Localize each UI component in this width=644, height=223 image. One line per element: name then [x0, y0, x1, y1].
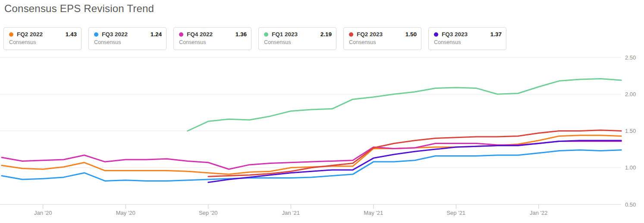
legend-series-value: 1.36 [236, 31, 247, 38]
y-axis-tick-label: 2.50 [625, 54, 636, 61]
legend-series-value: 1.50 [405, 31, 417, 38]
eps-revision-chart-widget: Consensus EPS Revision Trend FQ2 20221.4… [0, 0, 644, 223]
legend-card-fq2-2023[interactable]: FQ2 20231.50Consensus [343, 27, 421, 50]
x-axis-tick-label: May '20 [116, 210, 135, 216]
series-color-dot-icon [9, 32, 13, 37]
legend: FQ2 20221.43ConsensusFQ3 20221.24Consens… [3, 27, 506, 50]
y-axis-tick-label: 0.50 [625, 201, 636, 208]
x-axis-tick-label: May '21 [364, 210, 383, 216]
legend-card-row: FQ3 20231.37 [434, 31, 502, 38]
legend-card-row: FQ2 20221.43 [9, 31, 77, 38]
legend-card-row: FQ1 20232.19 [264, 31, 332, 38]
chart-plot-area[interactable]: 2.502.001.501.000.50Jan '20May '20Sep '2… [0, 52, 644, 223]
line-chart-svg: 2.502.001.501.000.50Jan '20May '20Sep '2… [0, 52, 644, 223]
x-axis-tick-label: Sep '20 [199, 210, 218, 216]
series-line-fq3-2022-consensus[interactable] [2, 150, 621, 181]
series-color-dot-icon [179, 32, 183, 37]
legend-consensus-sublabel: Consensus [264, 39, 332, 45]
series-line-fq4-2022-consensus[interactable] [2, 141, 621, 169]
legend-series-label: FQ3 2022 [102, 31, 128, 38]
legend-consensus-sublabel: Consensus [9, 39, 77, 45]
series-color-dot-icon [264, 32, 268, 37]
legend-card-fq2-2022[interactable]: FQ2 20221.43Consensus [3, 27, 82, 50]
legend-series-label: FQ4 2022 [187, 31, 213, 38]
legend-card-fq1-2023[interactable]: FQ1 20232.19Consensus [258, 27, 336, 50]
series-line-fq1-2023-consensus[interactable] [188, 79, 621, 131]
series-line-fq2-2023-consensus[interactable] [208, 130, 622, 176]
legend-series-value: 1.43 [66, 31, 77, 38]
legend-series-label: FQ3 2023 [442, 31, 468, 38]
legend-consensus-sublabel: Consensus [434, 39, 502, 45]
series-line-fq3-2023-consensus[interactable] [208, 141, 622, 182]
series-color-dot-icon [94, 32, 98, 37]
y-axis-tick-label: 1.00 [625, 164, 636, 171]
y-axis-tick-label: 2.00 [625, 91, 636, 97]
chart-title: Consensus EPS Revision Trend [4, 3, 154, 15]
legend-series-value: 1.24 [151, 31, 162, 38]
legend-series-value: 1.37 [490, 31, 502, 38]
legend-series-label: FQ2 2022 [17, 31, 43, 38]
legend-consensus-sublabel: Consensus [349, 39, 417, 45]
legend-series-label: FQ1 2023 [272, 31, 298, 38]
legend-consensus-sublabel: Consensus [94, 39, 162, 45]
x-axis-tick-label: Jan '20 [34, 210, 52, 216]
legend-card-fq3-2022[interactable]: FQ3 20221.24Consensus [88, 27, 166, 50]
series-color-dot-icon [434, 32, 438, 37]
legend-card-row: FQ2 20231.50 [349, 31, 417, 38]
x-axis-tick-label: Jan '21 [282, 210, 300, 216]
legend-card-row: FQ3 20221.24 [94, 31, 162, 38]
legend-series-label: FQ2 2023 [357, 31, 383, 38]
legend-card-fq3-2023[interactable]: FQ3 20231.37Consensus [428, 27, 506, 50]
x-axis-tick-label: Sep '21 [446, 210, 465, 216]
legend-card-fq4-2022[interactable]: FQ4 20221.36Consensus [173, 27, 251, 50]
legend-series-value: 2.19 [320, 31, 332, 38]
series-color-dot-icon [349, 32, 353, 37]
legend-consensus-sublabel: Consensus [179, 39, 247, 45]
series-line-fq2-2022-consensus[interactable] [2, 135, 621, 174]
legend-card-row: FQ4 20221.36 [179, 31, 247, 38]
y-axis-tick-label: 1.50 [625, 128, 636, 134]
x-axis-tick-label: Jan '22 [530, 210, 548, 216]
